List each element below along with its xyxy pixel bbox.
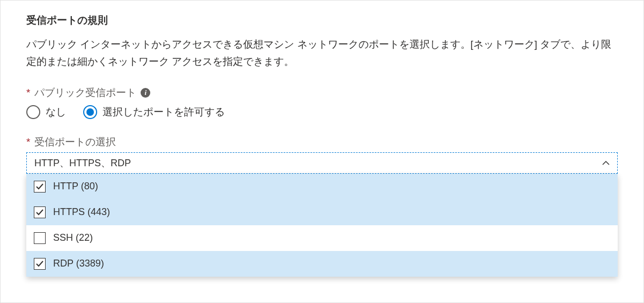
dropdown-option-ssh[interactable]: SSH (22) bbox=[26, 225, 618, 251]
dropdown-option-rdp[interactable]: RDP (3389) bbox=[26, 251, 618, 277]
radio-option-allow-selected[interactable]: 選択したポートを許可する bbox=[83, 105, 225, 119]
inbound-ports-dropdown: HTTP、HTTPS、RDP HTTP (80) HTTPS (443) SSH bbox=[26, 152, 618, 174]
radio-label: 選択したポートを許可する bbox=[103, 105, 225, 119]
select-inbound-ports-label: 受信ポートの選択 bbox=[34, 135, 116, 149]
inbound-ports-dropdown-control[interactable]: HTTP、HTTPS、RDP bbox=[26, 152, 618, 174]
dropdown-option-label: HTTPS (443) bbox=[53, 206, 110, 218]
chevron-up-icon bbox=[602, 159, 610, 167]
dropdown-option-label: SSH (22) bbox=[53, 232, 93, 243]
required-indicator: * bbox=[26, 87, 30, 99]
info-icon[interactable]: i bbox=[141, 88, 150, 98]
dropdown-option-label: RDP (3389) bbox=[53, 258, 104, 269]
dropdown-option-https[interactable]: HTTPS (443) bbox=[26, 199, 618, 225]
radio-label: なし bbox=[46, 105, 66, 119]
radio-inner-dot bbox=[86, 108, 94, 116]
public-inbound-ports-label-row: * パブリック受信ポート i bbox=[26, 86, 618, 100]
select-inbound-ports-label-row: * 受信ポートの選択 bbox=[26, 135, 618, 149]
checkbox-unchecked-icon bbox=[34, 232, 46, 244]
checkbox-checked-icon bbox=[34, 206, 46, 218]
public-inbound-ports-label: パブリック受信ポート bbox=[34, 86, 136, 100]
checkbox-checked-icon bbox=[34, 258, 46, 270]
inbound-ports-dropdown-list: HTTP (80) HTTPS (443) SSH (22) RDP (3389… bbox=[26, 174, 618, 277]
radio-icon bbox=[83, 105, 97, 119]
radio-option-none[interactable]: なし bbox=[26, 105, 66, 119]
section-heading: 受信ポートの規則 bbox=[26, 13, 618, 27]
dropdown-selected-value: HTTP、HTTPS、RDP bbox=[34, 157, 131, 169]
radio-icon bbox=[26, 105, 40, 119]
dropdown-option-http[interactable]: HTTP (80) bbox=[26, 174, 618, 199]
section-description: パブリック インターネットからアクセスできる仮想マシン ネットワークのポートを選… bbox=[26, 36, 618, 71]
required-indicator: * bbox=[26, 136, 30, 148]
checkbox-checked-icon bbox=[34, 181, 46, 193]
inbound-port-rules-panel: 受信ポートの規則 パブリック インターネットからアクセスできる仮想マシン ネット… bbox=[0, 0, 644, 303]
public-inbound-ports-radio-group: なし 選択したポートを許可する bbox=[26, 105, 618, 119]
dropdown-option-label: HTTP (80) bbox=[53, 181, 98, 192]
